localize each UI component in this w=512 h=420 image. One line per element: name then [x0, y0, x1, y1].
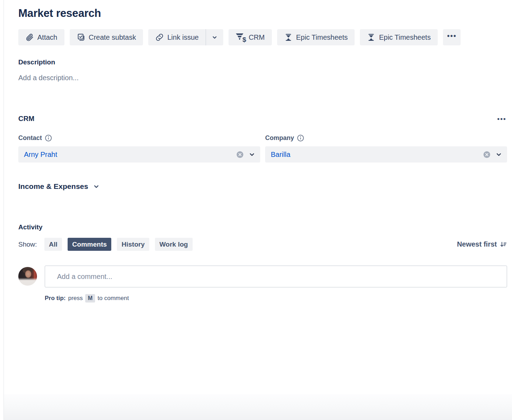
- pro-tip-press: press: [68, 295, 83, 302]
- subtask-icon: [77, 33, 85, 42]
- crm-fields-grid: Contact Arny Praht: [18, 134, 507, 163]
- show-label: Show:: [18, 241, 37, 248]
- hourglass-icon: [284, 33, 293, 42]
- chevron-down-icon: [93, 183, 100, 190]
- description-placeholder[interactable]: Add a description...: [18, 74, 507, 82]
- keyboard-shortcut-badge: M: [85, 294, 95, 303]
- chevron-down-icon: [212, 34, 218, 40]
- filter-history-button[interactable]: History: [117, 238, 149, 251]
- company-value: Barilla: [271, 151, 483, 159]
- link-icon: [155, 33, 164, 42]
- pro-tip-suffix: to comment: [98, 295, 129, 302]
- crm-heading: CRM: [18, 115, 35, 123]
- link-issue-split-button: Link issue: [148, 29, 223, 45]
- info-icon: [45, 134, 52, 142]
- hourglass-icon: [367, 33, 375, 42]
- sort-descending-icon: [500, 241, 507, 248]
- attach-button[interactable]: Attach: [18, 29, 64, 45]
- chevron-down-icon[interactable]: [495, 151, 502, 158]
- link-issue-button[interactable]: Link issue: [148, 29, 206, 45]
- create-subtask-button[interactable]: Create subtask: [70, 29, 143, 45]
- company-field-group: Company Barilla: [265, 134, 507, 163]
- toolbar-more-button[interactable]: •••: [443, 29, 461, 45]
- link-issue-button-label: Link issue: [167, 33, 199, 42]
- description-heading: Description: [18, 58, 507, 66]
- company-label: Company: [265, 134, 294, 142]
- clear-icon[interactable]: [236, 151, 244, 158]
- info-icon: [297, 134, 304, 142]
- income-expenses-heading: Income & Expenses: [18, 182, 88, 191]
- panel-left-divider: [4, 0, 4, 420]
- issue-content: Market research Attach Create subtask: [18, 0, 507, 303]
- user-avatar[interactable]: [18, 267, 37, 286]
- comment-placeholder: Add a comment...: [57, 273, 112, 281]
- comment-compose-row: Add a comment...: [18, 266, 507, 287]
- contact-field-label-row: Contact: [18, 134, 260, 142]
- company-field-label-row: Company: [265, 134, 507, 142]
- epic-timesheets-button-2-label: Epic Timesheets: [379, 33, 431, 42]
- epic-timesheets-button-1[interactable]: Epic Timesheets: [277, 29, 355, 45]
- epic-timesheets-button-1-label: Epic Timesheets: [296, 33, 348, 42]
- modal-bottom-fade: [4, 394, 512, 420]
- contact-label: Contact: [18, 134, 42, 142]
- filter-comments-button[interactable]: Comments: [68, 238, 111, 251]
- create-subtask-button-label: Create subtask: [89, 33, 136, 42]
- activity-filters: All Comments History Work log: [44, 238, 193, 251]
- sort-order-button[interactable]: Newest first: [457, 240, 507, 248]
- issue-detail-page: Market research Attach Create subtask: [0, 0, 512, 420]
- crm-funnel-dollar-icon: $: [236, 33, 245, 42]
- paperclip-icon: [25, 33, 34, 42]
- issue-toolbar: Attach Create subtask Link issue: [18, 29, 507, 45]
- comment-pro-tip: Pro tip: press M to comment: [45, 294, 507, 303]
- contact-field-group: Contact Arny Praht: [18, 134, 260, 163]
- filter-all-button[interactable]: All: [44, 238, 62, 251]
- company-select[interactable]: Barilla: [265, 146, 507, 163]
- crm-section-header: CRM •••: [18, 115, 507, 123]
- comment-input[interactable]: Add a comment...: [45, 266, 507, 287]
- more-icon: •••: [447, 32, 457, 40]
- page-title: Market research: [18, 7, 507, 20]
- clear-icon[interactable]: [483, 151, 491, 158]
- pro-tip-prefix: Pro tip:: [45, 295, 66, 302]
- activity-heading: Activity: [18, 223, 507, 231]
- contact-select[interactable]: Arny Praht: [18, 146, 260, 163]
- chevron-down-icon[interactable]: [249, 151, 255, 158]
- activity-filter-row: Show: All Comments History Work log Newe…: [18, 238, 507, 251]
- sort-order-label: Newest first: [457, 240, 497, 248]
- contact-value: Arny Praht: [24, 151, 236, 159]
- crm-button[interactable]: $ CRM: [229, 29, 272, 45]
- epic-timesheets-button-2[interactable]: Epic Timesheets: [360, 29, 438, 45]
- attach-button-label: Attach: [37, 33, 57, 42]
- filter-worklog-button[interactable]: Work log: [155, 238, 193, 251]
- crm-button-label: CRM: [249, 33, 265, 42]
- link-issue-dropdown-button[interactable]: [206, 29, 223, 45]
- crm-more-button[interactable]: •••: [497, 116, 507, 122]
- income-expenses-toggle[interactable]: Income & Expenses: [18, 182, 507, 191]
